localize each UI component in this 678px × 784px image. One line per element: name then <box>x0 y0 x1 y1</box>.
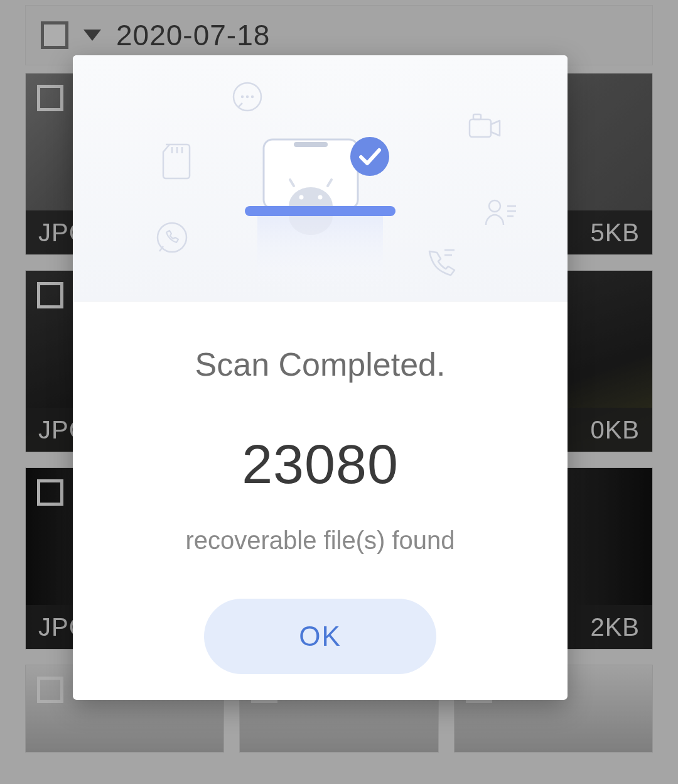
video-icon <box>467 112 503 143</box>
contact-icon <box>483 197 519 229</box>
recoverable-count: 23080 <box>242 432 399 496</box>
svg-rect-8 <box>470 119 491 137</box>
whatsapp-icon <box>154 220 190 255</box>
dialog-body: Scan Completed. 23080 recoverable file(s… <box>73 302 568 700</box>
chat-icon <box>230 80 265 116</box>
scan-complete-dialog: Scan Completed. 23080 recoverable file(s… <box>73 55 568 700</box>
calllog-icon <box>423 248 458 280</box>
ok-button[interactable]: OK <box>204 599 436 674</box>
checkmark-badge-icon <box>349 136 390 177</box>
svg-point-21 <box>318 195 323 200</box>
dialog-title: Scan Completed. <box>195 346 446 383</box>
svg-point-24 <box>350 137 389 176</box>
svg-rect-9 <box>473 114 481 119</box>
svg-point-20 <box>299 195 304 200</box>
svg-point-1 <box>241 95 244 98</box>
svg-point-2 <box>246 95 249 98</box>
sdcard-icon <box>161 143 192 180</box>
svg-point-10 <box>489 200 500 212</box>
svg-rect-17 <box>294 142 328 147</box>
dialog-subtitle: recoverable file(s) found <box>185 526 455 555</box>
svg-rect-18 <box>245 206 396 216</box>
dialog-illustration <box>73 55 568 302</box>
svg-point-3 <box>251 95 254 98</box>
